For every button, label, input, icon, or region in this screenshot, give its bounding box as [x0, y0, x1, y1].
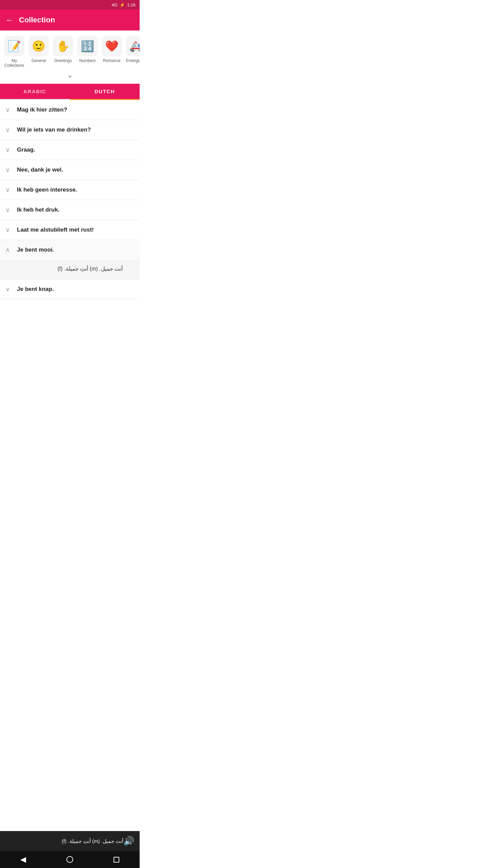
time-label: 1:16	[127, 2, 136, 7]
phrase-chevron-6: ∨	[5, 206, 12, 214]
back-button[interactable]: ←	[5, 15, 14, 25]
top-bar: ← Collection	[0, 9, 140, 31]
phrase-header-9[interactable]: ∨ Je bent knap.	[0, 279, 140, 299]
phrase-item-9: ∨ Je bent knap.	[0, 279, 140, 299]
category-label-numbers: Numbers	[79, 58, 96, 63]
phrase-item-4: ∨ Nee, dank je wel.	[0, 160, 140, 180]
phrase-item-7: ∨ Laat me alstublieft met rust!	[0, 220, 140, 240]
phrase-header-7[interactable]: ∨ Laat me alstublieft met rust!	[0, 220, 140, 240]
page-title: Collection	[19, 16, 55, 24]
phrase-text-1: Mag ik hier zitten?	[17, 106, 67, 113]
signal-label: 4G	[111, 2, 117, 7]
phrase-header-5[interactable]: ∨ Ik heb geen interesse.	[0, 180, 140, 200]
category-icon-emergency: 🚑	[126, 36, 140, 56]
phrase-item-6: ∨ Ik heb het druk.	[0, 200, 140, 220]
phrase-chevron-5: ∨	[5, 186, 12, 194]
category-label-general: General	[32, 58, 46, 63]
phrase-item-3: ∨ Graag.	[0, 140, 140, 160]
phrase-header-6[interactable]: ∨ Ik heb het druk.	[0, 200, 140, 220]
phrase-header-2[interactable]: ∨ Wil je iets van me drinken?	[0, 120, 140, 140]
phrase-text-9: Je bent knap.	[17, 286, 54, 293]
category-icon-general: 🙂	[28, 36, 49, 56]
phrase-text-5: Ik heb geen interesse.	[17, 186, 77, 193]
tab-arabic[interactable]: ARABIC	[0, 84, 70, 99]
phrase-item-2: ∨ Wil je iets van me drinken?	[0, 120, 140, 140]
category-item-romance[interactable]: ❤️ Romance	[100, 36, 123, 68]
phrase-text-2: Wil je iets van me drinken?	[17, 126, 91, 133]
category-icon-numbers: 🔢	[77, 36, 98, 56]
category-icon-my-collections: 📝	[4, 36, 24, 56]
phrase-item-1: ∨ Mag ik hier zitten?	[0, 100, 140, 120]
phrase-text-4: Nee, dank je wel.	[17, 166, 63, 173]
phrase-header-1[interactable]: ∨ Mag ik hier zitten?	[0, 100, 140, 120]
category-item-emergency[interactable]: 🚑 Emergency	[125, 36, 140, 68]
category-item-my-collections[interactable]: 📝 My Collections	[3, 36, 26, 68]
category-item-numbers[interactable]: 🔢 Numbers	[76, 36, 99, 68]
category-scroll: 📝 My Collections 🙂 General ✋ Greetings 🔢…	[0, 31, 140, 84]
phrase-chevron-7: ∨	[5, 226, 12, 234]
category-label-emergency: Emergency	[126, 58, 140, 63]
category-item-general[interactable]: 🙂 General	[27, 36, 50, 68]
phrase-text-6: Ik heb het druk.	[17, 206, 60, 213]
category-item-greetings[interactable]: ✋ Greetings	[52, 36, 75, 68]
category-icon-romance: ❤️	[102, 36, 122, 56]
tab-dutch[interactable]: DUTCH	[70, 84, 140, 99]
phrase-text-7: Laat me alstublieft met rust!	[17, 226, 94, 233]
language-tabs: ARABICDUTCH	[0, 84, 140, 100]
status-bar: 4G ⚡ 1:16	[0, 0, 140, 9]
phrase-chevron-9: ∨	[5, 285, 12, 293]
category-icon-greetings: ✋	[53, 36, 73, 56]
expand-categories-button[interactable]: ⌄	[67, 71, 73, 79]
phrase-header-4[interactable]: ∨ Nee, dank je wel.	[0, 160, 140, 180]
phrase-list: ∨ Mag ik hier zitten? ∨ Wil je iets van …	[0, 100, 140, 300]
phrase-header-3[interactable]: ∨ Graag.	[0, 140, 140, 160]
phrase-text-3: Graag.	[17, 146, 35, 153]
phrase-header-8[interactable]: ∧ Je bent mooi.	[0, 240, 140, 260]
phrase-item-8: ∧ Je bent mooi. أنت جميل. (m) أنتِ جميلة…	[0, 240, 140, 280]
phrase-text-8: Je bent mooi.	[17, 246, 54, 253]
battery-icon: ⚡	[120, 2, 125, 7]
category-row: 📝 My Collections 🙂 General ✋ Greetings 🔢…	[0, 36, 140, 68]
category-label-romance: Romance	[103, 58, 120, 63]
phrase-chevron-3: ∨	[5, 146, 12, 154]
category-label-my-collections: My Collections	[3, 58, 26, 68]
phrase-chevron-8: ∧	[5, 246, 12, 254]
category-label-greetings: Greetings	[54, 58, 72, 63]
phrase-item-5: ∨ Ik heb geen interesse.	[0, 180, 140, 200]
phrase-chevron-2: ∨	[5, 126, 12, 134]
phrase-translation-8: أنت جميل. (m) أنتِ جميلة. (f)	[0, 260, 140, 279]
phrase-chevron-4: ∨	[5, 166, 12, 174]
phrase-chevron-1: ∨	[5, 106, 12, 114]
